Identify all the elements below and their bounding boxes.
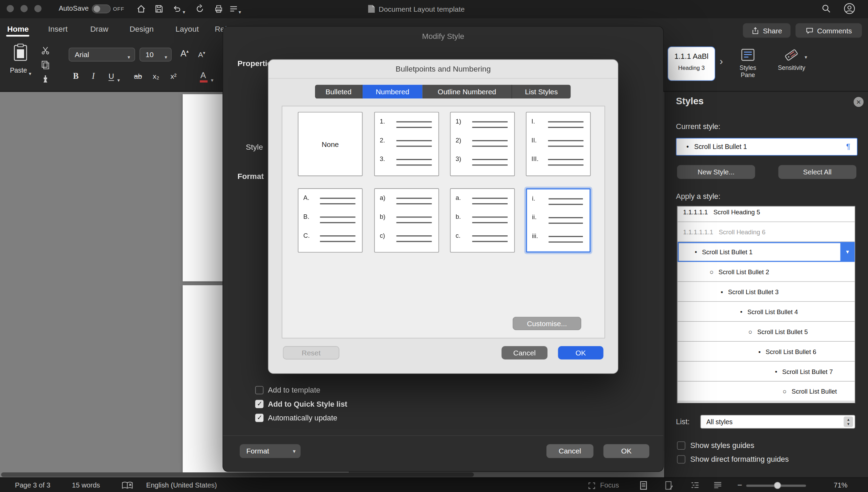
list-item-scroll-list-bullet-2[interactable]: ○Scroll List Bullet 2 (677, 262, 855, 282)
font-name-combo[interactable]: Arial (69, 47, 135, 61)
draft-view-icon[interactable] (713, 481, 722, 492)
word-count[interactable]: 15 words (72, 481, 100, 489)
list-item-scroll-list-bullet-3[interactable]: ▪Scroll List Bullet 3 (677, 282, 855, 302)
modify-ok-button[interactable]: OK (604, 444, 650, 458)
undo-icon[interactable] (172, 4, 182, 16)
add-to-quick-style-checkbox[interactable] (255, 400, 263, 408)
zoom-percentage[interactable]: 71% (834, 481, 847, 489)
tab-draw[interactable]: Draw (90, 24, 108, 33)
font-size-combo[interactable]: 10 (140, 47, 172, 61)
preset-lower-roman[interactable]: i. ii. iii. (526, 188, 590, 253)
superscript-button[interactable]: x² (171, 72, 176, 80)
list-item-scroll-list-bullet-5[interactable]: ○Scroll List Bullet 5 (677, 322, 855, 342)
autosave-toggle[interactable] (92, 4, 111, 13)
zoom-slider-knob[interactable] (774, 482, 781, 489)
tab-numbered[interactable]: Numbered (362, 85, 422, 98)
focus-icon[interactable] (588, 482, 596, 492)
format-painter-icon[interactable] (41, 75, 50, 86)
focus-label[interactable]: Focus (600, 481, 619, 489)
language-indicator[interactable]: English (United States) (146, 481, 217, 489)
tab-bulleted[interactable]: Bulleted (315, 85, 362, 98)
redo-icon[interactable] (195, 4, 205, 16)
add-to-template-checkbox[interactable] (255, 386, 263, 394)
tab-design[interactable]: Design (130, 24, 154, 33)
bold-button[interactable]: B (73, 72, 78, 81)
preset-decimal-paren[interactable]: 1) 2) 3) (450, 112, 515, 176)
font-color-button[interactable]: A (200, 70, 206, 79)
sensitivity-button[interactable]: Sensitivity (774, 46, 809, 83)
document-icon (368, 4, 376, 15)
tab-list-styles[interactable]: List Styles (512, 85, 571, 98)
format-menu-button[interactable]: Format (240, 444, 301, 458)
modify-cancel-button[interactable]: Cancel (546, 444, 594, 458)
underline-chevron-icon[interactable] (117, 74, 120, 84)
close-window-button[interactable] (7, 5, 14, 12)
preset-lower-alpha-dot[interactable]: a. b. c. (450, 188, 515, 253)
show-styles-guides-checkbox[interactable] (677, 441, 685, 450)
publishing-layout-view-icon[interactable] (664, 481, 674, 492)
preset-lower-alpha-paren[interactable]: a) b) c) (374, 188, 439, 253)
minimize-window-button[interactable] (21, 5, 28, 12)
current-style-box[interactable]: • Scroll List Bullet 1 ¶ (676, 138, 857, 156)
save-icon[interactable] (154, 4, 164, 16)
current-style-label: Current style: (676, 122, 720, 131)
preset-decimal-dot[interactable]: 1. 2. 3. (374, 112, 439, 176)
tab-outline-numbered[interactable]: Outline Numbered (422, 85, 512, 98)
style-dropdown-button[interactable]: ▼ (840, 242, 855, 261)
automatically-update-checkbox[interactable] (255, 414, 263, 422)
zoom-window-button[interactable] (34, 5, 42, 12)
list-item-scroll-list-bullet-1[interactable]: •Scroll List Bullet 1▼ (677, 242, 855, 262)
list-filter-combo[interactable]: All styles ▲▼ (700, 415, 855, 429)
undo-dropdown-icon[interactable] (183, 6, 185, 16)
new-style-button[interactable]: New Style... (677, 165, 755, 179)
preset-upper-alpha[interactable]: A. B. C. (298, 188, 362, 253)
tab-insert[interactable]: Insert (48, 24, 67, 33)
strikethrough-button[interactable]: ab (134, 72, 142, 80)
grow-font-button[interactable]: A▴ (181, 49, 189, 59)
print-layout-view-icon[interactable] (639, 481, 648, 492)
account-icon[interactable] (844, 3, 855, 17)
font-color-chevron-icon[interactable] (211, 74, 213, 84)
underline-button[interactable]: U (109, 72, 114, 81)
horizontal-scrollbar[interactable] (1, 472, 474, 477)
select-all-button[interactable]: Select All (778, 165, 856, 179)
list-item-scroll-list-bullet-4[interactable]: •Scroll List Bullet 4 (677, 302, 855, 322)
list-item-scroll-heading-6[interactable]: 1.1.1.1.1.1Scroll Heading 6 (677, 222, 855, 242)
list-item-scroll-list-bullet-8[interactable]: ○Scroll List Bullet (677, 382, 855, 402)
print-icon[interactable] (214, 4, 224, 16)
list-item-scroll-heading-5[interactable]: 1.1.1.1.1Scroll Heading 5 (677, 206, 855, 222)
reset-button: Reset (283, 346, 339, 360)
outline-view-icon[interactable] (690, 481, 699, 492)
quick-access-chevron-icon[interactable] (239, 6, 241, 16)
tab-home[interactable]: Home (7, 24, 29, 33)
spellcheck-icon[interactable] (122, 481, 133, 492)
customise-button[interactable]: Customise... (513, 317, 582, 330)
tab-layout[interactable]: Layout (175, 24, 199, 33)
preset-upper-roman[interactable]: I. II. III. (526, 112, 590, 176)
copy-icon[interactable] (41, 60, 50, 71)
styles-pane-button[interactable]: StylesPane (732, 46, 764, 83)
list-item-scroll-list-bullet-7[interactable]: •Scroll List Bullet 7 (677, 362, 855, 382)
comments-button[interactable]: Comments (795, 23, 862, 38)
cut-icon[interactable] (41, 46, 50, 57)
paste-button[interactable]: Paste (7, 42, 34, 77)
subscript-button[interactable]: x₂ (153, 72, 159, 80)
quick-access-menu-icon[interactable] (229, 4, 238, 15)
style-gallery-chip-heading3[interactable]: 1.1.1 AaBl Heading 3 (668, 46, 715, 81)
page-indicator[interactable]: Page 3 of 3 (15, 481, 50, 489)
style-gallery-expand-icon[interactable] (720, 56, 723, 68)
italic-button[interactable]: I (92, 72, 95, 81)
close-icon[interactable]: ✕ (854, 97, 864, 107)
zoom-out-button[interactable]: − (737, 480, 742, 490)
search-icon[interactable] (822, 4, 831, 15)
paste-dropdown-icon[interactable] (29, 67, 31, 77)
numbering-cancel-button[interactable]: Cancel (501, 346, 547, 360)
shrink-font-button[interactable]: A▾ (198, 50, 205, 58)
show-direct-formatting-checkbox[interactable] (677, 455, 685, 463)
share-button[interactable]: Share (743, 23, 790, 38)
home-icon[interactable] (136, 4, 146, 16)
stepper-icon[interactable]: ▲▼ (844, 416, 853, 427)
preset-none[interactable]: None (298, 112, 362, 176)
numbering-ok-button[interactable]: OK (558, 346, 604, 360)
list-item-scroll-list-bullet-6[interactable]: ▪Scroll List Bullet 6 (677, 342, 855, 362)
